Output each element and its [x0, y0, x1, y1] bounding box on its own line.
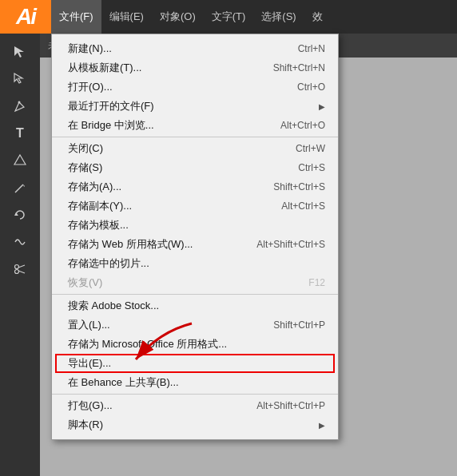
tool-type[interactable]: T: [8, 121, 32, 145]
menu-share-behance[interactable]: 在 Behance 上共享(B)...: [52, 373, 338, 392]
menu-bridge[interactable]: 在 Bridge 中浏览... Alt+Ctrl+O: [52, 116, 338, 135]
tool-pencil[interactable]: [8, 176, 32, 200]
tool-direct-select[interactable]: [8, 67, 32, 91]
menu-save[interactable]: 存储(S) Ctrl+S: [52, 158, 338, 177]
left-toolbar: T: [0, 34, 40, 476]
svg-line-9: [18, 265, 25, 268]
menu-effect[interactable]: 效: [304, 0, 331, 34]
menu-export[interactable]: 导出(E)...: [52, 354, 338, 373]
svg-point-8: [15, 270, 19, 274]
svg-line-10: [18, 271, 25, 273]
menu-file[interactable]: 文件(F): [51, 0, 101, 34]
menu-place[interactable]: 置入(L)... Shift+Ctrl+P: [52, 315, 338, 335]
tool-pen[interactable]: [8, 94, 32, 118]
svg-line-4: [15, 184, 23, 192]
menu-revert: 恢复(V) F12: [52, 273, 338, 292]
menu-search-stock[interactable]: 搜索 Adobe Stock...: [52, 296, 338, 315]
menu-save-office[interactable]: 存储为 Microsoft Office 所用格式...: [52, 335, 338, 354]
menu-bar: Ai 文件(F) 编辑(E) 对象(O) 文字(T) 选择(S) 效: [0, 0, 457, 34]
svg-marker-3: [14, 155, 26, 165]
menu-open[interactable]: 打开(O)... Ctrl+O: [52, 77, 338, 97]
ai-logo: Ai: [0, 0, 51, 34]
menu-select[interactable]: 选择(S): [253, 0, 304, 34]
menu-edit[interactable]: 编辑(E): [101, 0, 152, 34]
section-save: 关闭(C) Ctrl+W 存储(S) Ctrl+S 存储为(A)... Shif…: [52, 137, 338, 295]
section-new: 新建(N)... Ctrl+N 从模板新建(T)... Shift+Ctrl+N…: [52, 38, 338, 137]
section-package: 打包(G)... Alt+Shift+Ctrl+P 脚本(R) ▶: [52, 395, 338, 436]
svg-marker-0: [14, 46, 24, 58]
svg-marker-5: [23, 184, 25, 187]
menu-new-from-template[interactable]: 从模板新建(T)... Shift+Ctrl+N: [52, 58, 338, 77]
menu-save-template[interactable]: 存储为模板...: [52, 216, 338, 235]
menu-save-copy[interactable]: 存储副本(Y)... Alt+Ctrl+S: [52, 196, 338, 216]
tool-rotate[interactable]: [8, 203, 32, 227]
menu-package[interactable]: 打包(G)... Alt+Shift+Ctrl+P: [52, 396, 338, 415]
tool-select[interactable]: [8, 40, 32, 64]
svg-point-7: [15, 265, 19, 269]
section-export: 搜索 Adobe Stock... 置入(L)... Shift+Ctrl+P …: [52, 295, 338, 395]
menu-items: 文件(F) 编辑(E) 对象(O) 文字(T) 选择(S) 效: [51, 0, 331, 34]
menu-save-as[interactable]: 存储为(A)... Shift+Ctrl+S: [52, 177, 338, 196]
tool-shape[interactable]: [8, 149, 32, 173]
file-dropdown: 新建(N)... Ctrl+N 从模板新建(T)... Shift+Ctrl+N…: [51, 34, 339, 440]
menu-scripts[interactable]: 脚本(R) ▶: [52, 415, 338, 434]
menu-text[interactable]: 文字(T): [204, 0, 254, 34]
menu-save-web[interactable]: 存储为 Web 所用格式(W)... Alt+Shift+Ctrl+S: [52, 235, 338, 254]
svg-point-2: [18, 101, 21, 104]
menu-close[interactable]: 关闭(C) Ctrl+W: [52, 139, 338, 158]
menu-object[interactable]: 对象(O): [152, 0, 204, 34]
menu-recent-files[interactable]: 最近打开的文件(F) ▶: [52, 97, 338, 116]
svg-marker-1: [14, 73, 22, 83]
menu-save-slice[interactable]: 存储选中的切片...: [52, 254, 338, 273]
tool-scissors[interactable]: [8, 257, 32, 281]
tool-warp[interactable]: [8, 230, 32, 254]
menu-new[interactable]: 新建(N)... Ctrl+N: [52, 39, 338, 58]
